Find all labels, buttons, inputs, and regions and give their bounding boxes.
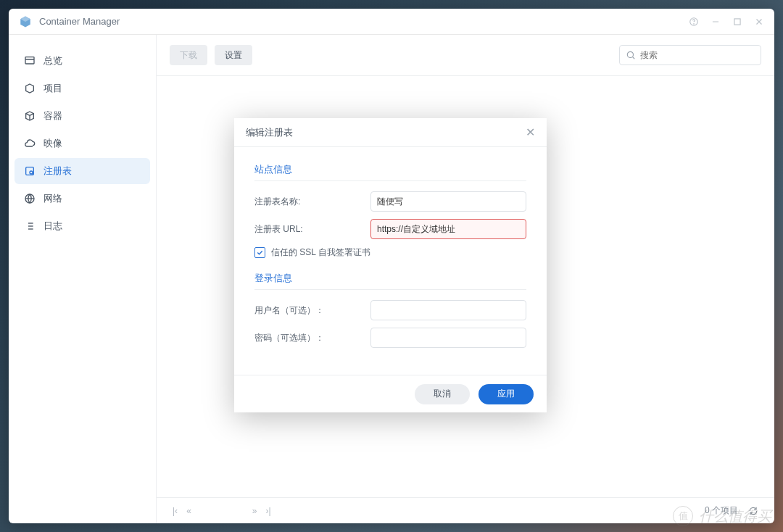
sidebar-item-label: 日志 (44, 220, 62, 233)
username-input[interactable] (370, 300, 526, 320)
pager: |‹ « » ›| (173, 506, 271, 516)
trust-ssl-row[interactable]: 信任的 SSL 自我签署证书 (254, 246, 526, 259)
svg-line-27 (632, 57, 634, 59)
footer: |‹ « » ›| 0 个项目 (157, 497, 774, 523)
svg-rect-8 (25, 57, 34, 64)
sidebar-item-log[interactable]: 日志 (14, 213, 150, 239)
app-icon (19, 15, 32, 28)
username-label: 用户名（可选）： (254, 304, 370, 317)
svg-line-13 (30, 114, 33, 116)
window-controls (689, 17, 764, 27)
modal-close-icon[interactable]: ✕ (526, 125, 535, 139)
svg-line-17 (32, 173, 33, 174)
password-label: 密码（可选填）： (254, 332, 370, 344)
modal-body: 站点信息 注册表名称: 注册表 URL: 信任的 SSL 自我签署证书 登录信息… (234, 147, 547, 375)
sidebar-item-network[interactable]: 网络 (14, 186, 150, 212)
sidebar-item-image[interactable]: 映像 (14, 130, 150, 157)
item-count: 0 个项目 (705, 504, 738, 517)
reload-icon[interactable] (748, 506, 758, 516)
page-last-icon[interactable]: ›| (266, 506, 271, 516)
log-icon (23, 220, 36, 233)
registry-name-input[interactable] (370, 191, 526, 212)
sidebar-item-label: 项目 (44, 82, 62, 95)
titlebar: Container Manager (9, 9, 774, 35)
sidebar-item-label: 总览 (44, 54, 62, 67)
registry-icon (23, 165, 36, 178)
modal-title: 编辑注册表 (246, 126, 293, 139)
sidebar-item-label: 容器 (44, 109, 62, 122)
download-button[interactable]: 下载 (170, 45, 207, 65)
cancel-button[interactable]: 取消 (415, 384, 470, 404)
apply-button[interactable]: 应用 (478, 384, 534, 404)
modal-footer: 取消 应用 (234, 375, 547, 412)
toolbar: 下载 设置 (157, 35, 774, 75)
dashboard-icon (23, 54, 36, 67)
password-input[interactable] (370, 328, 526, 348)
svg-point-3 (694, 23, 695, 24)
section-site-info: 站点信息 (254, 163, 526, 176)
search-input[interactable] (640, 50, 755, 60)
sidebar: 总览 项目 容器 映像 注册表 网络 (9, 35, 157, 523)
registry-url-label: 注册表 URL: (254, 223, 370, 236)
registry-url-input[interactable] (370, 219, 526, 239)
registry-name-label: 注册表名称: (254, 196, 370, 208)
svg-marker-10 (26, 84, 34, 93)
cloud-icon (23, 137, 36, 150)
svg-point-26 (627, 51, 633, 57)
minimize-icon[interactable] (710, 17, 721, 27)
sidebar-item-label: 映像 (44, 137, 62, 150)
project-icon (23, 82, 36, 95)
modal-header: 编辑注册表 ✕ (234, 118, 547, 147)
close-icon[interactable] (754, 17, 764, 27)
sidebar-item-overview[interactable]: 总览 (14, 48, 150, 74)
network-icon (23, 192, 36, 205)
sidebar-item-label: 注册表 (44, 165, 72, 178)
maximize-icon[interactable] (732, 17, 742, 27)
svg-rect-5 (734, 18, 740, 24)
checkbox-checked-icon[interactable] (254, 247, 265, 258)
edit-registry-modal: 编辑注册表 ✕ 站点信息 注册表名称: 注册表 URL: 信任的 SSL 自我签… (234, 118, 547, 412)
svg-line-12 (26, 114, 30, 116)
sidebar-item-project[interactable]: 项目 (14, 75, 150, 101)
section-login-info: 登录信息 (254, 272, 526, 285)
sidebar-item-container[interactable]: 容器 (14, 103, 150, 129)
help-icon[interactable] (689, 17, 699, 27)
page-first-icon[interactable]: |‹ (173, 506, 178, 516)
search-icon (626, 50, 636, 60)
search-box[interactable] (619, 45, 761, 65)
sidebar-item-registry[interactable]: 注册表 (14, 158, 150, 184)
page-prev-icon[interactable]: « (186, 506, 191, 516)
container-icon (23, 109, 36, 122)
sidebar-item-label: 网络 (44, 192, 62, 205)
trust-ssl-label: 信任的 SSL 自我签署证书 (271, 246, 370, 259)
app-title: Container Manager (39, 16, 689, 27)
page-next-icon[interactable]: » (252, 506, 257, 516)
settings-button[interactable]: 设置 (215, 45, 252, 65)
